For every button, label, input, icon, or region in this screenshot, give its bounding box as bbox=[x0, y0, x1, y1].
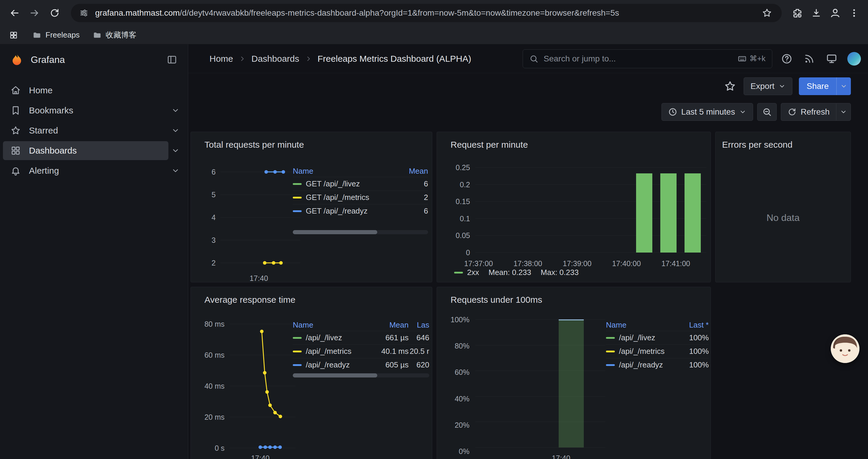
url-text: grafana.mathmast.com/d/deytv4rwavabkb/fr… bbox=[95, 8, 754, 18]
series-max: Max: 0.233 bbox=[541, 268, 579, 277]
download-icon bbox=[811, 8, 822, 18]
bookmarks-bar: Freeleaps 收藏博客 bbox=[0, 26, 868, 44]
sidebar-item-starred[interactable]: Starred bbox=[0, 121, 188, 140]
panel-title[interactable]: Total requests per minute bbox=[205, 140, 304, 150]
zoom-out-time-button[interactable] bbox=[757, 103, 777, 121]
tick-label: 0 bbox=[466, 249, 470, 256]
legend-row[interactable]: GET /api/_/readyz6 bbox=[293, 204, 428, 218]
legend-row[interactable]: GET /api/_/livez6 bbox=[293, 177, 428, 191]
legend-scrollbar[interactable] bbox=[293, 373, 429, 378]
bookmark-folder-freeleaps[interactable]: Freeleaps bbox=[32, 30, 80, 40]
chevron-down-icon[interactable] bbox=[172, 146, 180, 155]
panel-title[interactable]: Average response time bbox=[205, 295, 296, 305]
legend-row[interactable]: /api/_/livez661 µs646 bbox=[293, 331, 429, 345]
chevron-down-icon bbox=[840, 83, 847, 90]
legend-scrollbar-thumb[interactable] bbox=[293, 230, 377, 234]
breadcrumb-dashboards[interactable]: Dashboards bbox=[251, 54, 299, 64]
legend-column-header[interactable]: Name bbox=[606, 321, 681, 330]
legend-row[interactable]: GET /api/_/metrics2 bbox=[293, 191, 428, 204]
search-shortcut: ⌘+k bbox=[738, 54, 766, 63]
legend-row[interactable]: /api/_/readyz605 µs620 bbox=[293, 358, 429, 371]
tick-label: 17:39:00 bbox=[563, 260, 591, 267]
tick-label: 6 bbox=[212, 168, 216, 176]
back-button[interactable] bbox=[6, 4, 23, 22]
bookmark-page-button[interactable] bbox=[761, 6, 773, 20]
favorite-dashboard-button[interactable] bbox=[723, 79, 737, 93]
legend-scrollbar-thumb[interactable] bbox=[293, 373, 377, 378]
sidebar-item-label: Dashboards bbox=[29, 145, 77, 156]
legend-value-cell: 40.1 ms bbox=[373, 347, 409, 356]
star-outline-icon bbox=[724, 80, 736, 92]
share-menu-button[interactable] bbox=[836, 77, 851, 95]
series-mean: Mean: 0.233 bbox=[488, 268, 531, 277]
zoom-out-icon bbox=[762, 107, 772, 117]
panel-title[interactable]: Errors per second bbox=[722, 140, 793, 150]
bookmark-folder-blogs[interactable]: 收藏博客 bbox=[93, 30, 136, 40]
legend-value-cell: 646 bbox=[409, 333, 429, 342]
legend-column-header[interactable]: Las bbox=[409, 321, 429, 330]
forward-button[interactable] bbox=[26, 4, 43, 22]
panel-title[interactable]: Requests under 100ms bbox=[451, 295, 542, 305]
chevron-down-icon bbox=[778, 83, 785, 90]
help-button[interactable] bbox=[780, 52, 794, 66]
series-color-chip bbox=[293, 337, 302, 339]
site-settings-icon bbox=[79, 8, 89, 18]
export-button[interactable]: Export bbox=[744, 77, 793, 95]
panel-title[interactable]: Request per minute bbox=[451, 140, 528, 150]
search-icon bbox=[529, 54, 538, 63]
legend-row[interactable]: /api/_/readyz100% bbox=[606, 358, 709, 371]
legend-value-cell: 661 µs bbox=[373, 333, 409, 342]
tick-label: 5 bbox=[212, 191, 216, 198]
news-button[interactable] bbox=[802, 52, 816, 66]
legend-row[interactable]: /api/_/livez100% bbox=[606, 331, 709, 345]
assistant-avatar-button[interactable] bbox=[831, 334, 860, 363]
user-avatar[interactable] bbox=[847, 52, 861, 66]
breadcrumb-home[interactable]: Home bbox=[210, 54, 233, 64]
sidebar-item-dashboards[interactable]: Dashboards bbox=[0, 140, 188, 161]
sidebar-collapse-button[interactable] bbox=[165, 53, 179, 67]
tick-label: 40 ms bbox=[205, 382, 224, 390]
browser-menu-button[interactable] bbox=[846, 5, 862, 21]
refresh-button[interactable]: Refresh bbox=[781, 103, 836, 121]
legend-column-header[interactable]: Last * bbox=[681, 321, 709, 330]
legend-column-header[interactable]: Mean bbox=[373, 321, 409, 330]
star-icon bbox=[11, 126, 21, 136]
refresh-interval-button[interactable] bbox=[836, 103, 851, 121]
sidebar-item-bookmarks[interactable]: Bookmarks bbox=[0, 100, 188, 121]
reload-button[interactable] bbox=[46, 4, 63, 22]
apps-shortcut-button[interactable] bbox=[8, 29, 20, 41]
legend-value-cell: 100% bbox=[681, 347, 709, 356]
sidebar-item-home[interactable]: Home bbox=[0, 80, 188, 100]
tick-label: 20% bbox=[455, 421, 469, 429]
legend-row[interactable]: /api/_/metrics100% bbox=[606, 345, 709, 358]
address-bar[interactable]: grafana.mathmast.com/d/deytv4rwavabkb/fr… bbox=[71, 4, 782, 22]
panel-errors-per-second: Errors per second No data bbox=[715, 132, 851, 282]
extensions-button[interactable] bbox=[789, 5, 805, 21]
legend-column-header[interactable]: Name bbox=[293, 167, 402, 176]
timeseries-plot bbox=[229, 320, 296, 452]
tick-label: 0.05 bbox=[456, 232, 470, 239]
search-input[interactable]: Search or jump to... ⌘+k bbox=[523, 49, 772, 68]
legend-row[interactable]: /api/_/metrics40.1 ms20.5 r bbox=[293, 345, 429, 358]
legend-scrollbar[interactable] bbox=[293, 230, 428, 234]
chevron-down-icon[interactable] bbox=[172, 126, 180, 135]
kiosk-mode-button[interactable] bbox=[825, 52, 838, 66]
legend-column-header[interactable]: Mean bbox=[402, 167, 428, 176]
x-axis-tick: 17:40 bbox=[240, 274, 278, 282]
sidebar-item-alerting[interactable]: Alerting bbox=[0, 161, 188, 181]
time-range-picker[interactable]: Last 5 minutes bbox=[661, 103, 753, 121]
shortcut-keys: ⌘+k bbox=[749, 54, 766, 63]
legend-column-header[interactable]: Name bbox=[293, 321, 373, 330]
tick-label: 20 ms bbox=[205, 413, 224, 421]
browser-toolbar: grafana.mathmast.com/d/deytv4rwavabkb/fr… bbox=[0, 0, 868, 26]
legend-series[interactable]: 2xx bbox=[454, 268, 479, 277]
legend-table: NameMeanLas/api/_/livez661 µs646/api/_/m… bbox=[293, 319, 429, 371]
browser-profile-button[interactable] bbox=[827, 5, 843, 21]
chevron-down-icon[interactable] bbox=[172, 167, 180, 175]
share-button[interactable]: Share bbox=[799, 77, 836, 95]
chevron-down-icon[interactable] bbox=[172, 106, 180, 114]
sidebar-item-label: Home bbox=[29, 85, 53, 95]
refresh-split-button: Refresh bbox=[781, 103, 851, 121]
tick-label: 17:38:00 bbox=[514, 260, 542, 267]
downloads-button[interactable] bbox=[808, 5, 824, 21]
